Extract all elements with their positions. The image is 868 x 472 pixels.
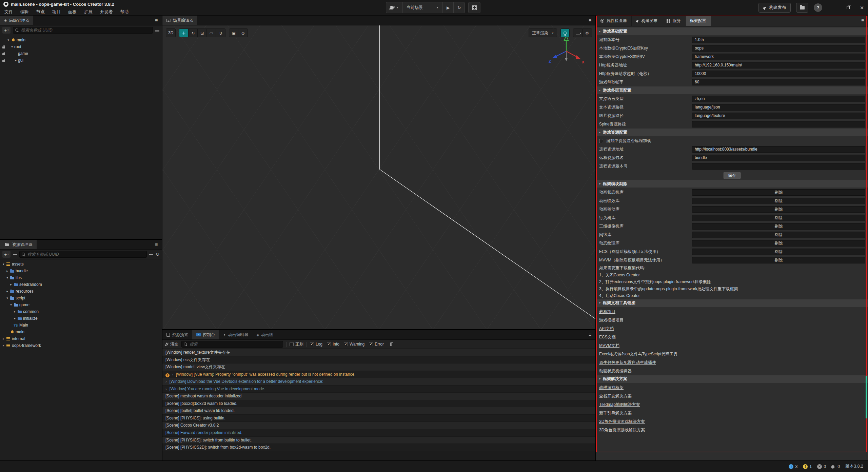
filter-log[interactable]: ✓Log: [310, 342, 322, 347]
save-button[interactable]: 保存: [724, 172, 741, 179]
log-row[interactable]: !›[Window] [Vue warn]: Property "onInput…: [162, 371, 595, 378]
console-tab[interactable]: ›控制台: [192, 330, 219, 339]
scale-tool-button[interactable]: ⊡: [198, 29, 207, 37]
checkbox-icon[interactable]: ✓: [310, 342, 314, 346]
checkbox[interactable]: [599, 139, 603, 143]
scrollbar-thumb[interactable]: [866, 376, 867, 418]
menu-item[interactable]: 面板: [64, 9, 80, 15]
pivot-button[interactable]: ▣: [229, 29, 238, 37]
log-file-icon[interactable]: [390, 342, 393, 346]
expand-arrow-icon[interactable]: ▸: [9, 283, 13, 286]
tree-row[interactable]: ▾assets: [0, 261, 162, 268]
doc-link[interactable]: 动画状态机编辑器: [599, 369, 632, 373]
section-header[interactable]: ▾游戏基础配置: [596, 27, 868, 35]
info-count-badge[interactable]: i 3: [789, 464, 797, 469]
field-input[interactable]: bundle: [692, 155, 865, 161]
tree-row[interactable]: ▾root: [0, 43, 162, 50]
tree-row[interactable]: ▸gui: [0, 57, 162, 64]
field-input[interactable]: http://localhost:8083/assets/bundle: [692, 146, 865, 153]
help-button[interactable]: ?: [814, 3, 822, 12]
field-input[interactable]: language/json: [692, 104, 865, 111]
log-row[interactable]: [Scene] [box2d]:box2d wasm lib loaded.: [162, 400, 595, 408]
scene-selector[interactable]: 当前场景 ▼: [403, 2, 443, 13]
expand-chevron-icon[interactable]: ›: [172, 372, 173, 376]
console-tab[interactable]: ◈动画图: [252, 330, 277, 339]
doc-link[interactable]: 战棋游戏框架: [599, 385, 624, 390]
camera-preview-button[interactable]: [573, 29, 583, 37]
section-header[interactable]: ▾游戏资源配置: [596, 129, 868, 136]
play-button[interactable]: ▶: [443, 2, 454, 13]
preview-qr-button[interactable]: [468, 2, 480, 13]
log-row[interactable]: ›[Window] Download the Vue Devtools exte…: [162, 378, 595, 386]
checkbox-icon[interactable]: ✓: [344, 342, 348, 346]
expand-chevron-icon[interactable]: ›: [165, 379, 167, 383]
filter-icon[interactable]: [155, 29, 159, 32]
menu-item[interactable]: 扩展: [80, 9, 96, 15]
field-input[interactable]: framework: [692, 54, 865, 60]
assets-search-input[interactable]: 搜索名称或 UUID: [19, 251, 147, 258]
tree-row[interactable]: ▸initialize: [0, 315, 162, 322]
doc-link[interactable]: 全栈开发解决方案: [599, 394, 632, 398]
doc-link[interactable]: 游戏模板项目: [599, 318, 624, 322]
tree-row[interactable]: ▾game: [0, 301, 162, 308]
scene-settings-button[interactable]: ⚙: [583, 29, 592, 37]
log-row[interactable]: [Scene] Forward render pipeline initiali…: [162, 429, 595, 437]
rotate-tool-button[interactable]: ↻: [189, 29, 198, 37]
expand-arrow-icon[interactable]: ▾: [9, 303, 13, 307]
log-row[interactable]: ›[Window] You are running Vue in develop…: [162, 386, 595, 393]
section-header[interactable]: ▾框架文档工具链接: [596, 299, 868, 307]
remove-button[interactable]: 剔除: [692, 189, 865, 196]
field-input[interactable]: oops: [692, 45, 865, 52]
remove-button[interactable]: 剔除: [692, 257, 865, 263]
lighting-toggle-button[interactable]: [560, 28, 570, 37]
open-project-folder-button[interactable]: [796, 3, 808, 13]
console-tab[interactable]: 资源预览: [162, 330, 192, 339]
doc-link[interactable]: API文档: [599, 326, 614, 331]
remove-button[interactable]: 剔除: [692, 249, 865, 255]
doc-link[interactable]: 3D角色扮演游戏解决方案: [599, 428, 645, 432]
tab-scene-editor[interactable]: 场景编辑器: [162, 16, 197, 25]
expand-arrow-icon[interactable]: ▾: [6, 38, 11, 42]
field-input[interactable]: 60: [692, 79, 865, 85]
section-header[interactable]: ▾框架模块剔除: [596, 180, 868, 188]
tree-row[interactable]: game: [0, 50, 162, 57]
tree-row[interactable]: TSMain: [0, 322, 162, 329]
expand-arrow-icon[interactable]: ▸: [13, 310, 17, 313]
doc-link[interactable]: Excel格式转Json文件与TypeScript代码工具: [599, 352, 677, 356]
log-row[interactable]: [Scene] [PHYSICS]: switch from builtin t…: [162, 437, 595, 444]
menu-item[interactable]: 开发者: [96, 9, 117, 15]
build-publish-button[interactable]: 构建发布: [758, 3, 791, 13]
expand-arrow-icon[interactable]: ▾: [10, 45, 14, 48]
expand-arrow-icon[interactable]: ▾: [5, 276, 9, 279]
log-row[interactable]: [Scene] Cocos Creator v3.8.2: [162, 422, 595, 429]
tree-row[interactable]: ▾libs: [0, 274, 162, 281]
expand-chevron-icon[interactable]: ›: [165, 387, 167, 391]
config-tab[interactable]: 服务: [662, 16, 686, 26]
config-tab[interactable]: 框架配置: [686, 16, 711, 26]
log-row[interactable]: [Window] model_view文件夹存在: [162, 363, 595, 371]
doc-link[interactable]: 原生包热更新配置自动生成插件: [599, 360, 656, 365]
field-input[interactable]: language/texture: [692, 113, 865, 119]
section-header[interactable]: ▾框架解决方案: [596, 375, 868, 383]
clear-console-button[interactable]: 清空: [165, 341, 178, 347]
panel-menu-icon[interactable]: ≡: [151, 16, 162, 25]
log-row[interactable]: [Scene] [bullet]:bullet wasm lib loaded.: [162, 407, 595, 415]
expand-arrow-icon[interactable]: ▸: [1, 344, 6, 347]
expand-arrow-icon[interactable]: ▸: [5, 290, 9, 293]
tree-row[interactable]: ▸oops-framework: [0, 342, 162, 349]
error-count-badge[interactable]: ✕ 0: [817, 464, 826, 469]
log-row[interactable]: [Scene] meshopt wasm decoder initialized: [162, 393, 595, 400]
filter-warning[interactable]: ✓Warning: [344, 342, 364, 347]
remove-button[interactable]: 剔除: [692, 215, 865, 221]
panel-menu-icon[interactable]: ≡: [151, 240, 162, 249]
scene-viewport[interactable]: Y Z X: [162, 25, 595, 329]
expand-arrow-icon[interactable]: ▸: [1, 337, 6, 340]
tree-row[interactable]: main: [0, 329, 162, 335]
sort-icon[interactable]: [13, 253, 17, 256]
regex-checkbox[interactable]: [290, 342, 294, 346]
add-asset-button[interactable]: +▾: [2, 251, 11, 258]
tree-row[interactable]: ▸common: [0, 308, 162, 315]
checkbox-icon[interactable]: ✓: [369, 342, 373, 346]
expand-arrow-icon[interactable]: ▾: [1, 262, 6, 266]
log-row[interactable]: [Scene] [PHYSICS2D]: switch from box2d-w…: [162, 444, 595, 451]
